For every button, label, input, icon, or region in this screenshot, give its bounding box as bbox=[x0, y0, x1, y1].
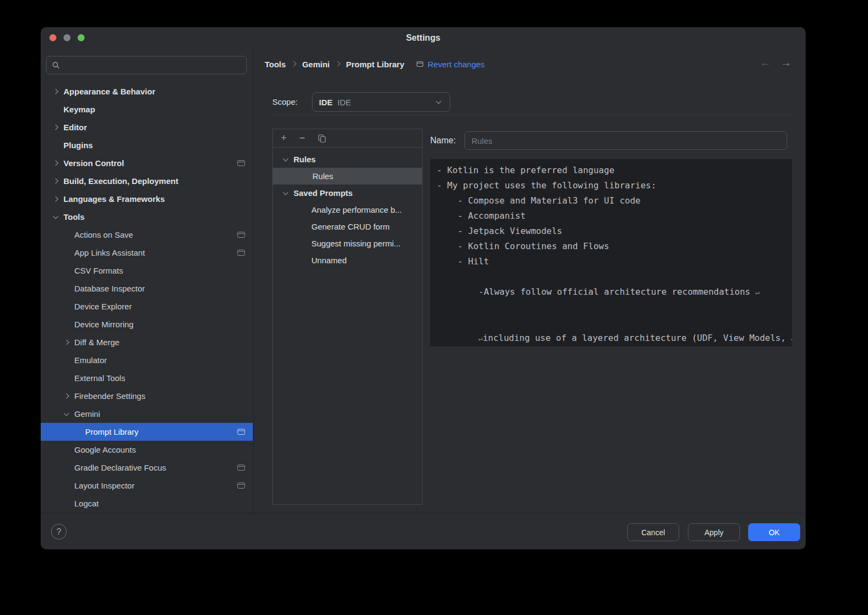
sidebar-item-label: Layout Inspector bbox=[74, 481, 135, 490]
chevron-right-icon bbox=[52, 195, 60, 204]
sidebar-item-device-explorer[interactable]: Device Explorer bbox=[41, 297, 253, 315]
editor-line: - Kotlin is the preferred language bbox=[437, 163, 787, 178]
soft-wrap-icon: ↵ bbox=[478, 334, 483, 343]
sidebar-item-label: Build, Execution, Deployment bbox=[63, 176, 178, 186]
chevron-right-icon bbox=[62, 392, 71, 401]
sidebar-item-editor[interactable]: Editor bbox=[41, 118, 253, 136]
sidebar-item-label: App Links Assistant bbox=[74, 248, 145, 257]
sidebar-item-prompt-library[interactable]: Prompt Library bbox=[41, 423, 253, 441]
sidebar-item-layout-inspector[interactable]: Layout Inspector bbox=[41, 477, 253, 494]
settings-search-box[interactable] bbox=[46, 56, 247, 74]
prompt-list-toolbar: + − bbox=[273, 129, 422, 148]
editor-line: - Kotlin Coroutines and Flows bbox=[437, 239, 787, 254]
sidebar-item-appearance-behavior[interactable]: Appearance & Behavior bbox=[41, 83, 253, 100]
prompt-name-row: Name: bbox=[430, 131, 787, 150]
traffic-lights bbox=[49, 34, 85, 41]
breadcrumb-separator-icon bbox=[290, 60, 298, 68]
prompt-item-label: Rules bbox=[312, 172, 333, 181]
sidebar-item-device-mirroring[interactable]: Device Mirroring bbox=[41, 315, 253, 333]
sidebar-item-logcat[interactable]: Logcat bbox=[41, 494, 253, 512]
scope-value: IDE bbox=[337, 98, 351, 107]
history-navigation: ← → bbox=[760, 56, 792, 69]
apply-button[interactable]: Apply bbox=[688, 523, 740, 541]
search-input[interactable] bbox=[60, 61, 241, 69]
sidebar-item-emulator[interactable]: Emulator bbox=[41, 351, 253, 369]
chevron-spacer bbox=[62, 356, 71, 365]
prompt-item-rules[interactable]: Rules bbox=[273, 168, 422, 185]
ide-scope-icon bbox=[237, 428, 245, 435]
prompt-item-unnamed[interactable]: Unnamed bbox=[273, 252, 422, 269]
zoom-window-button[interactable] bbox=[78, 34, 85, 41]
prompt-item-analyze-performance[interactable]: Analyze performance b... bbox=[273, 201, 422, 218]
close-window-button[interactable] bbox=[49, 34, 56, 41]
prompt-editor[interactable]: - Kotlin is the preferred language - My … bbox=[430, 159, 792, 346]
soft-wrap-icon: ↵ bbox=[756, 288, 760, 296]
sidebar-item-label: Actions on Save bbox=[74, 230, 133, 239]
sidebar-item-gradle-declarative-focus[interactable]: Gradle Declarative Focus bbox=[41, 459, 253, 477]
help-button[interactable]: ? bbox=[51, 524, 67, 540]
prompt-item-label: Generate CRUD form bbox=[311, 222, 390, 231]
help-icon: ? bbox=[56, 527, 61, 537]
ide-scope-icon bbox=[237, 160, 245, 167]
sidebar-item-label: Tools bbox=[63, 212, 85, 221]
titlebar: Settings bbox=[41, 27, 806, 49]
sidebar-item-actions-on-save[interactable]: Actions on Save bbox=[41, 226, 253, 244]
sidebar-item-diff-merge[interactable]: Diff & Merge bbox=[41, 333, 253, 351]
editor-line: - Compose and Material3 for UI code bbox=[437, 193, 787, 208]
chevron-spacer bbox=[62, 374, 71, 383]
chevron-spacer bbox=[52, 141, 60, 150]
sidebar-item-label: Gradle Declarative Focus bbox=[74, 463, 166, 472]
sidebar-item-version-control[interactable]: Version Control bbox=[41, 154, 253, 172]
breadcrumb-item-gemini[interactable]: Gemini bbox=[302, 60, 330, 69]
editor-line: ↵including use of a layered architecture… bbox=[437, 315, 787, 346]
add-prompt-button[interactable]: + bbox=[277, 132, 290, 144]
chevron-down-icon bbox=[52, 213, 60, 221]
chevron-spacer bbox=[62, 446, 71, 454]
revert-changes-link[interactable]: Revert changes bbox=[416, 60, 484, 69]
sidebar-item-label: Firebender Settings bbox=[74, 391, 145, 401]
sidebar-item-build-execution-deployment[interactable]: Build, Execution, Deployment bbox=[41, 172, 253, 190]
ok-button[interactable]: OK bbox=[748, 523, 800, 541]
sidebar-item-label: Appearance & Behavior bbox=[63, 87, 155, 96]
sidebar-item-label: Database Inspector bbox=[74, 284, 145, 293]
breadcrumb-item-tools[interactable]: Tools bbox=[265, 60, 286, 69]
sidebar-item-database-inspector[interactable]: Database Inspector bbox=[41, 280, 253, 297]
chevron-right-icon bbox=[52, 159, 60, 168]
minimize-window-button[interactable] bbox=[63, 34, 71, 41]
sidebar-item-csv-formats[interactable]: CSV Formats bbox=[41, 262, 253, 280]
chevron-spacer bbox=[62, 464, 71, 472]
scope-dropdown[interactable]: IDE IDE bbox=[312, 92, 450, 112]
ide-scope-icon bbox=[237, 231, 245, 238]
prompt-group-rules[interactable]: Rules bbox=[273, 151, 422, 168]
remove-prompt-button[interactable]: − bbox=[296, 132, 309, 144]
chevron-down-icon bbox=[282, 155, 290, 164]
copy-icon bbox=[318, 134, 326, 143]
prompt-group-label: Rules bbox=[293, 155, 316, 164]
sidebar-item-tools[interactable]: Tools bbox=[41, 208, 253, 226]
sidebar-item-firebender-settings[interactable]: Firebender Settings bbox=[41, 387, 253, 405]
prompt-item-generate-crud-form[interactable]: Generate CRUD form bbox=[273, 218, 422, 235]
editor-line: - Hilt bbox=[437, 254, 787, 269]
sidebar-item-google-accounts[interactable]: Google Accounts bbox=[41, 441, 253, 459]
prompt-item-label: Unnamed bbox=[311, 256, 347, 265]
back-arrow-icon[interactable]: ← bbox=[760, 56, 771, 69]
revert-icon bbox=[416, 60, 424, 68]
sidebar-item-label: Device Explorer bbox=[74, 302, 132, 311]
chevron-down-icon bbox=[282, 189, 290, 198]
sidebar-item-app-links-assistant[interactable]: App Links Assistant bbox=[41, 244, 253, 262]
sidebar-item-label: Diff & Merge bbox=[74, 338, 119, 347]
sidebar-item-plugins[interactable]: Plugins bbox=[41, 136, 253, 154]
sidebar-item-languages-frameworks[interactable]: Languages & Frameworks bbox=[41, 190, 253, 208]
prompt-name-input[interactable] bbox=[464, 131, 787, 150]
forward-arrow-icon[interactable]: → bbox=[781, 56, 792, 69]
sidebar-item-keymap[interactable]: Keymap bbox=[41, 100, 253, 118]
prompt-item-suggest-missing-permissions[interactable]: Suggest missing permi... bbox=[273, 235, 422, 252]
copy-prompt-button[interactable] bbox=[315, 134, 328, 143]
breadcrumb-separator-icon bbox=[334, 60, 342, 68]
breadcrumb-item-prompt-library[interactable]: Prompt Library bbox=[346, 60, 405, 69]
sidebar-item-external-tools[interactable]: External Tools bbox=[41, 369, 253, 387]
sidebar-item-gemini[interactable]: Gemini bbox=[41, 405, 253, 423]
chevron-down-icon bbox=[435, 98, 443, 106]
prompt-group-saved-prompts[interactable]: Saved Prompts bbox=[273, 185, 422, 201]
cancel-button[interactable]: Cancel bbox=[627, 523, 679, 541]
